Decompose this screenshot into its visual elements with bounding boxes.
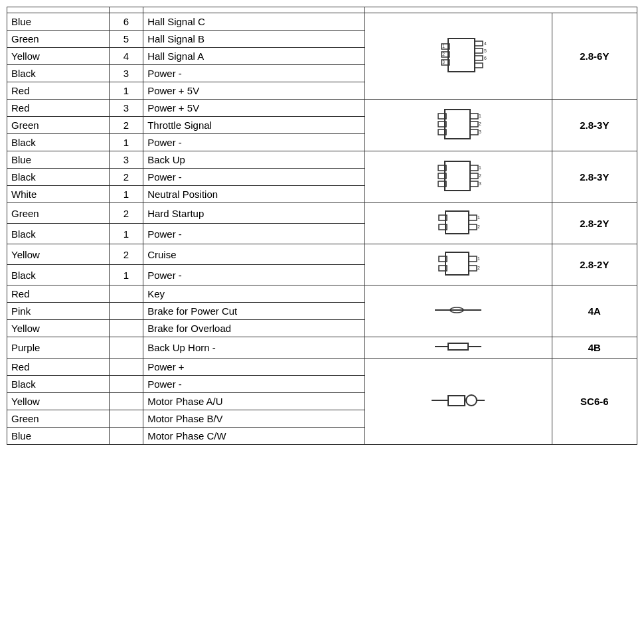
svg-rect-28 bbox=[470, 165, 478, 171]
wiring-table: Blue6Hall Signal C 4 5 6 1 2 3 2.8-6YGre… bbox=[7, 7, 637, 445]
svg-text:1: 1 bbox=[479, 114, 481, 118]
svg-rect-34 bbox=[445, 211, 469, 234]
svg-rect-18 bbox=[470, 114, 478, 119]
table-row: Yellow2Cruise 1 2 2.8-2Y bbox=[7, 244, 637, 265]
cell-color: Black bbox=[7, 65, 110, 82]
cell-function: Hall Signal C bbox=[143, 13, 364, 31]
cell-no: 1 bbox=[109, 134, 143, 151]
table-row: RedPower + SC6-6 bbox=[7, 359, 637, 376]
cell-color: Green bbox=[7, 31, 110, 48]
header-function bbox=[143, 7, 364, 13]
cell-diagram-label: 2.8-6Y bbox=[552, 13, 637, 100]
cell-function: Power - bbox=[143, 65, 364, 82]
cell-no: 3 bbox=[109, 151, 143, 169]
svg-text:3: 3 bbox=[479, 129, 481, 134]
cell-diagram: 4 5 6 1 2 3 bbox=[364, 13, 552, 100]
table-row: Blue3Back Up 1 2 3 2.8-3Y bbox=[7, 151, 637, 169]
svg-rect-44 bbox=[469, 256, 477, 262]
cell-diagram: 1 2 bbox=[364, 203, 552, 244]
cell-color: Purple bbox=[7, 337, 110, 359]
svg-text:6: 6 bbox=[484, 56, 487, 60]
cell-function: Back Up Horn - bbox=[143, 337, 364, 359]
cell-function: Hall Signal B bbox=[143, 31, 364, 48]
table-row: RedKey 4A bbox=[7, 285, 637, 303]
cell-function: Motor Phase A/U bbox=[143, 393, 364, 410]
svg-rect-20 bbox=[470, 129, 478, 135]
wiring-table-container: Blue6Hall Signal C 4 5 6 1 2 3 2.8-6YGre… bbox=[7, 7, 637, 445]
cell-diagram-label: 4B bbox=[552, 337, 637, 359]
svg-text:1: 1 bbox=[477, 215, 480, 220]
table-row: PurpleBack Up Horn - 4B bbox=[7, 337, 637, 359]
svg-rect-24 bbox=[445, 161, 470, 191]
cell-color: Black bbox=[7, 265, 110, 285]
cell-color: Red bbox=[7, 285, 110, 303]
cell-diagram: 1 2 3 bbox=[364, 100, 552, 151]
svg-rect-45 bbox=[469, 266, 477, 271]
cell-no: 2 bbox=[109, 203, 143, 224]
svg-rect-4 bbox=[475, 41, 483, 46]
cell-function: Back Up bbox=[143, 151, 364, 169]
cell-diagram bbox=[364, 337, 552, 359]
svg-rect-30 bbox=[470, 181, 478, 187]
cell-function: Neutral Position bbox=[143, 186, 364, 203]
cell-no bbox=[109, 337, 143, 359]
svg-text:3: 3 bbox=[442, 60, 445, 64]
cell-color: Red bbox=[7, 82, 110, 100]
svg-rect-37 bbox=[469, 215, 477, 220]
header-no bbox=[109, 7, 143, 13]
cell-color: Blue bbox=[7, 428, 110, 445]
cell-function: Hall Signal A bbox=[143, 48, 364, 65]
cell-no: 1 bbox=[109, 265, 143, 285]
cell-diagram-label: SC6-6 bbox=[552, 359, 637, 445]
cell-color: Yellow bbox=[7, 48, 110, 65]
cell-function: Throttle Signal bbox=[143, 117, 364, 134]
svg-text:2: 2 bbox=[479, 173, 481, 178]
cell-color: Red bbox=[7, 100, 110, 117]
svg-rect-7 bbox=[475, 63, 483, 68]
cell-color: Green bbox=[7, 410, 110, 428]
table-row: Blue6Hall Signal C 4 5 6 1 2 3 2.8-6Y bbox=[7, 13, 637, 31]
cell-no: 1 bbox=[109, 224, 143, 244]
cell-diagram-label: 2.8-2Y bbox=[552, 203, 637, 244]
cell-function: Cruise bbox=[143, 244, 364, 265]
cell-no: 1 bbox=[109, 186, 143, 203]
cell-function: Power + bbox=[143, 359, 364, 376]
cell-function: Brake for Overload bbox=[143, 320, 364, 337]
cell-color: Green bbox=[7, 117, 110, 134]
cell-no: 1 bbox=[109, 82, 143, 100]
cell-no: 2 bbox=[109, 169, 143, 186]
cell-color: Black bbox=[7, 134, 110, 151]
svg-rect-19 bbox=[470, 121, 478, 127]
cell-no: 2 bbox=[109, 117, 143, 134]
cell-color: Blue bbox=[7, 13, 110, 31]
svg-rect-54 bbox=[448, 396, 465, 406]
cell-no bbox=[109, 320, 143, 337]
cell-no bbox=[109, 393, 143, 410]
cell-color: Black bbox=[7, 169, 110, 186]
cell-no bbox=[109, 359, 143, 376]
table-row: Red3Power + 5V 1 2 3 2.8-3Y bbox=[7, 100, 637, 117]
cell-color: Black bbox=[7, 376, 110, 393]
cell-color: White bbox=[7, 186, 110, 203]
cell-no bbox=[109, 303, 143, 320]
cell-color: Yellow bbox=[7, 244, 110, 265]
svg-rect-5 bbox=[475, 48, 483, 53]
cell-diagram: 1 2 3 bbox=[364, 151, 552, 203]
cell-diagram-label: 2.8-3Y bbox=[552, 151, 637, 203]
cell-no bbox=[109, 428, 143, 445]
cell-color: Blue bbox=[7, 151, 110, 169]
cell-color: Red bbox=[7, 359, 110, 376]
cell-function: Motor Phase B/V bbox=[143, 410, 364, 428]
svg-rect-14 bbox=[445, 110, 470, 139]
cell-function: Power - bbox=[143, 169, 364, 186]
svg-text:2: 2 bbox=[477, 266, 480, 270]
cell-function: Power - bbox=[143, 134, 364, 151]
cell-no bbox=[109, 410, 143, 428]
header-color bbox=[7, 7, 110, 13]
svg-text:4: 4 bbox=[484, 41, 487, 46]
cell-function: Power + 5V bbox=[143, 82, 364, 100]
cell-diagram-label: 2.8-2Y bbox=[552, 244, 637, 285]
table-row: Green2Hard Startup 1 2 2.8-2Y bbox=[7, 203, 637, 224]
cell-function: Hard Startup bbox=[143, 203, 364, 224]
cell-no: 3 bbox=[109, 100, 143, 117]
